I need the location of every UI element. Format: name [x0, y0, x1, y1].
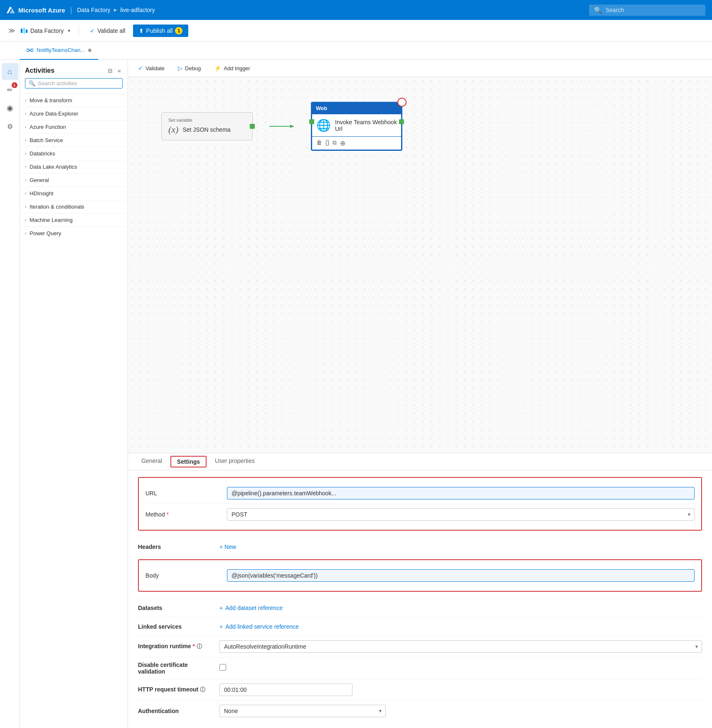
sidebar-manage-button[interactable]: ⚙	[2, 118, 18, 135]
activity-chevron-ml: ›	[25, 218, 26, 222]
disable-cert-checkbox[interactable]	[219, 664, 226, 671]
http-timeout-label: HTTP request timeout ⓘ	[138, 686, 213, 694]
activity-group-iteration-header[interactable]: › Iteration & conditionals	[20, 200, 128, 213]
nav-separator: |	[70, 6, 72, 15]
sidebar-monitor-button[interactable]: ◉	[2, 100, 18, 116]
sidebar-edit-button[interactable]: ✏ 1	[2, 81, 18, 98]
pipeline-icon	[27, 47, 33, 54]
body-row: Body	[145, 565, 695, 586]
activity-group-hdinsight-header[interactable]: › HDInsight	[20, 187, 128, 200]
integration-runtime-row: Integration runtime * ⓘ AutoResolveInteg…	[138, 636, 702, 657]
svg-rect-4	[26, 30, 27, 33]
activity-chevron-explorer: ›	[25, 111, 26, 116]
redirect-node-icon[interactable]: ⊕	[340, 139, 345, 147]
svg-marker-9	[290, 125, 294, 128]
validate-all-button[interactable]: ✓ Validate all	[86, 25, 129, 37]
timeout-info-icon[interactable]: ⓘ	[200, 686, 205, 693]
ir-info-icon[interactable]: ⓘ	[197, 643, 202, 649]
body-input[interactable]	[227, 569, 695, 582]
url-row: URL	[145, 483, 695, 504]
web-activity-node[interactable]: Web 🌐 Invoke Teams Webhook Url 🗑 {} ⧉ ⊕	[311, 102, 402, 151]
activity-group-move-label: Move & transform	[30, 97, 72, 103]
expression-node-icon[interactable]: {}	[325, 139, 329, 147]
set-variable-node[interactable]: Set variable (x) Set JSON schema	[161, 112, 253, 140]
activity-chevron-function: ›	[25, 125, 26, 129]
arrow-svg	[269, 122, 294, 130]
activity-group-function-header[interactable]: › Azure Function	[20, 121, 128, 133]
expand-left-panel-button[interactable]: ≫	[7, 25, 17, 36]
svg-rect-5	[27, 49, 29, 52]
activity-group-explorer-header[interactable]: › Azure Data Explorer	[20, 107, 128, 120]
add-dataset-button[interactable]: + Add dataset reference	[219, 603, 283, 613]
activities-collapse-button[interactable]: ⊟	[106, 66, 114, 75]
body-label: Body	[145, 572, 220, 579]
auth-select[interactable]: None Basic Client Certificate Managed Id…	[219, 705, 386, 717]
activity-group-batch-header[interactable]: › Batch Service	[20, 134, 128, 147]
activity-group-databricks-header[interactable]: › Databricks	[20, 147, 128, 160]
activity-group-function: › Azure Function	[20, 120, 128, 133]
svg-rect-3	[23, 28, 25, 34]
add-linked-service-button[interactable]: + Add linked service reference	[219, 622, 299, 632]
datasets-add: + Add dataset reference	[219, 603, 702, 613]
debug-button[interactable]: ▷ Debug	[175, 63, 204, 73]
validate-checkmark-icon: ✓	[90, 27, 95, 34]
monitor-icon: ◉	[7, 103, 13, 113]
activity-chevron-powerquery: ›	[25, 231, 26, 236]
breadcrumb-data-factory[interactable]: Data Factory	[77, 7, 110, 13]
method-select[interactable]: POST GET PUT DELETE	[227, 508, 695, 521]
main-layout: ⌂ ✏ 1 ◉ ⚙ Activities ⊟ « 🔍	[0, 60, 712, 728]
activity-group-general-label: General	[30, 177, 49, 183]
pipeline-tab[interactable]: NotifiyTeamsChan...	[20, 42, 98, 60]
activity-chevron-datalake: ›	[25, 165, 26, 169]
integration-runtime-select[interactable]: AutoResolveIntegrationRuntime	[219, 640, 702, 653]
validate-button[interactable]: ✓ Validate	[135, 63, 168, 73]
node-alert-indicator	[397, 98, 407, 107]
activities-search-bar[interactable]: 🔍	[25, 78, 123, 89]
method-required-indicator: *	[167, 511, 169, 518]
tab-general[interactable]: General	[135, 453, 169, 470]
activity-group-powerquery-label: Power Query	[30, 230, 61, 236]
url-input[interactable]	[227, 487, 695, 499]
activity-chevron-general: ›	[25, 178, 26, 182]
activities-close-button[interactable]: «	[116, 66, 123, 75]
activity-group-move-header[interactable]: › Move & transform	[20, 94, 128, 107]
linked-services-add: + Add linked service reference	[219, 622, 702, 632]
method-row: Method * POST GET PUT DELETE ▾	[145, 504, 695, 525]
add-header-button[interactable]: + New	[219, 542, 236, 552]
tab-settings[interactable]: Settings	[170, 456, 207, 467]
sidebar-home-button[interactable]: ⌂	[2, 63, 18, 80]
http-timeout-input[interactable]	[219, 684, 352, 696]
url-value	[227, 487, 695, 499]
pipeline-canvas[interactable]: Set variable (x) Set JSON schema	[128, 77, 712, 453]
web-node-body: 🌐 Invoke Teams Webhook Url	[312, 114, 402, 137]
activity-chevron-iteration: ›	[25, 204, 26, 209]
ir-required-indicator: *	[192, 643, 195, 649]
activity-group-general-header[interactable]: › General	[20, 174, 128, 187]
activity-group-powerquery-header[interactable]: › Power Query	[20, 227, 128, 240]
search-icon: 🔍	[594, 6, 602, 14]
copy-node-icon[interactable]: ⧉	[333, 139, 337, 147]
activity-group-general: › General	[20, 173, 128, 187]
activity-group-ml-header[interactable]: › Machine Learning	[20, 214, 128, 226]
activity-group-datalake-header[interactable]: › Data Lake Analytics	[20, 160, 128, 173]
activity-group-databricks-label: Databricks	[30, 150, 55, 157]
settings-panel: General Settings User properties URL	[128, 453, 712, 728]
publish-all-button[interactable]: ⬆ Publish all 1	[133, 25, 189, 37]
activity-group-batch: › Batch Service	[20, 133, 128, 147]
delete-node-icon[interactable]: 🗑	[316, 139, 322, 147]
activity-group-ml-label: Machine Learning	[30, 217, 72, 223]
icon-sidebar: ⌂ ✏ 1 ◉ ⚙	[0, 60, 20, 728]
add-trigger-button[interactable]: ⚡ Add trigger	[211, 63, 254, 73]
breadcrumb-live-adfactory[interactable]: live-adfactory	[121, 7, 155, 13]
toolbar-brand-dropdown[interactable]: ▾	[66, 26, 72, 35]
activities-search-input[interactable]	[38, 80, 119, 86]
activities-header: Activities ⊟ «	[20, 60, 128, 78]
activity-group-hdinsight: › HDInsight	[20, 187, 128, 200]
search-input[interactable]	[606, 7, 700, 13]
search-bar[interactable]: 🔍	[589, 5, 705, 16]
activities-search-icon: 🔍	[29, 80, 35, 86]
debug-play-icon: ▷	[178, 65, 182, 71]
auth-row: Authentication None Basic Client Certifi…	[138, 700, 702, 721]
set-variable-icon: (x)	[168, 124, 178, 135]
tab-user-properties[interactable]: User properties	[208, 453, 261, 470]
